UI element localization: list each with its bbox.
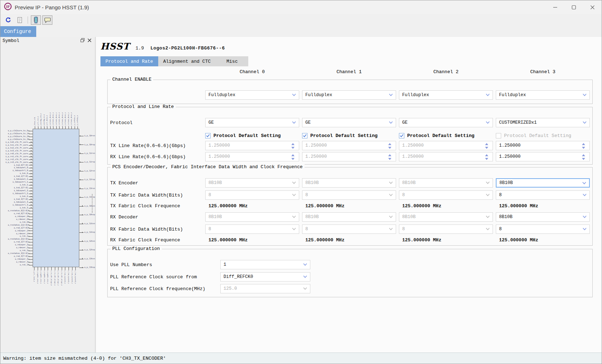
float-panel-icon[interactable]: [80, 38, 85, 44]
chevron-down-icon: [486, 181, 490, 184]
pin-arrow-icon: [82, 240, 84, 242]
protocol-select-ch3[interactable]: CUSTOMERIZEDx1: [496, 118, 590, 127]
channel-enable-select-ch2-value: Fullduplex: [399, 93, 429, 98]
pin-label: o_p_clk2core_tx_3: [0, 138, 28, 141]
protocol-select-ch3-value: CUSTOMERIZEDx1: [496, 120, 537, 125]
spinner-arrows-icon[interactable]: [582, 154, 585, 160]
rx-fabric-data-width-bits--select-ch3-value: 8: [496, 227, 502, 232]
chevron-down-icon: [292, 181, 296, 184]
ip-version: 1.9: [136, 46, 144, 51]
pll-pll-reference-clock-source-from-select-value: Diff_REFCK0: [221, 274, 253, 279]
protocol-default-setting-checkbox-ch3-box: [496, 133, 501, 138]
channel-enable-select-ch0[interactable]: Fullduplex: [205, 90, 299, 100]
tab-configure[interactable]: Configure: [0, 26, 36, 37]
pin-label: i_txd_0[7:0]: [0, 164, 28, 166]
chip-icon[interactable]: [31, 15, 41, 25]
pin-wire: [29, 214, 33, 214]
pin-arrow-icon: [31, 198, 32, 200]
pin-label: i_tdispctrl_1: [0, 181, 28, 183]
settings-tab-bar: Protocol and RateAlignment and CTCMisc: [100, 56, 592, 66]
refresh-icon[interactable]: [3, 15, 13, 25]
tx-line-rate-spinbox-ch1: 1.250000: [302, 141, 396, 150]
channel-enable-select-ch1[interactable]: Fullduplex: [302, 90, 396, 100]
pin-label: o_rxstatus_2[2:0]: [0, 238, 28, 240]
pin-label: i_txk_0: [0, 172, 28, 175]
pin-label: o_txlane_done_1: [52, 112, 54, 127]
pin-arrow-icon: [28, 230, 29, 231]
maximize-button[interactable]: [564, 0, 583, 14]
row-label: PLL Reference Clock frequence(MHz): [109, 286, 220, 292]
tab-misc[interactable]: Misc: [216, 56, 248, 66]
pin-wire: [29, 228, 33, 228]
protocol-select-ch2[interactable]: GE: [399, 118, 493, 127]
document-icon[interactable]: [15, 15, 25, 25]
app-logo-icon: IP: [4, 3, 12, 12]
protocol-default-setting-checkbox-ch0-box[interactable]: [205, 133, 211, 138]
pin-label: i_txd_2[7:0]: [0, 187, 28, 189]
close-panel-icon[interactable]: [88, 38, 91, 44]
pin-label: o_p_clk2core_tx_0: [0, 130, 28, 132]
pin-arrow-icon: [31, 204, 32, 205]
channel-enable-select-ch2[interactable]: Fullduplex: [399, 90, 493, 100]
row-label: Protocol: [109, 120, 202, 126]
pin-label: o_rxstatus_0[2:0]: [0, 210, 28, 212]
pin-wire: [72, 267, 72, 270]
protocol-select-ch1-value: GE: [302, 120, 311, 125]
pin-arrow-icon: [79, 161, 80, 163]
comment-icon[interactable]: [42, 15, 52, 25]
pin-wire: [50, 127, 51, 129]
chevron-down-icon: [292, 94, 296, 96]
pin-wire: [75, 127, 75, 129]
chevron-down-icon: [389, 121, 393, 124]
tab-protocol-and-rate[interactable]: Protocol and Rate: [100, 56, 158, 66]
pin-wire: [29, 242, 33, 242]
pin-wire: [29, 137, 33, 137]
protocol-select-ch0[interactable]: GE: [205, 118, 299, 127]
pin-label: i_p_rx0_clk_fr_core: [0, 153, 28, 155]
rx-fabric-data-width-bits--select-ch3[interactable]: 8: [496, 224, 590, 234]
pin-wire: [29, 222, 33, 223]
pin-arrow-icon: [31, 141, 32, 143]
pin-label: o_rxd_2[7:0]: [0, 241, 28, 243]
pin-label: o_lsm_synced_2: [71, 270, 73, 284]
protocol-default-setting-checkbox-ch3-label: Protocol Default Setting: [504, 133, 571, 138]
pin-label: o_rxlane_done_2: [67, 112, 70, 127]
tx-encoder-select-ch3[interactable]: 8B10B: [496, 178, 590, 188]
pin-wire: [65, 267, 65, 270]
pin-label: i_tdispsel_0: [0, 167, 28, 169]
pin-label: o_p_l0txp: [84, 214, 95, 216]
pll-use-pll-numbers-select[interactable]: 1: [220, 260, 310, 269]
protocol-default-setting-checkbox-ch1-box[interactable]: [302, 133, 307, 138]
protocol-select-ch1[interactable]: GE: [302, 118, 396, 127]
rx-line-rate-spinbox-ch3[interactable]: 1.250000: [496, 152, 590, 161]
pin-arrow-icon: [28, 218, 29, 220]
row-label: TX Encoder: [109, 180, 202, 186]
protocol-default-setting-checkbox-ch2[interactable]: Protocol Default Setting: [399, 133, 493, 138]
tab-alignment-and-ctc[interactable]: Alignment and CTC: [158, 56, 216, 66]
pin-arrow-icon: [31, 196, 32, 197]
chevron-down-icon: [389, 194, 393, 197]
pin-arrow-icon: [31, 153, 32, 154]
channel-header-spacer: [109, 69, 202, 76]
protocol-default-setting-checkbox-ch1[interactable]: Protocol Default Setting: [302, 133, 396, 138]
pll-pll-reference-clock-source-from-select[interactable]: Diff_REFCK0: [220, 272, 310, 282]
pin-wire: [29, 256, 33, 257]
tx-fabric-data-width-bits--select-ch3[interactable]: 8: [496, 190, 590, 200]
channel-enable-select-ch3[interactable]: Fullduplex: [496, 90, 590, 100]
pin-arrow-icon: [31, 170, 32, 171]
rx-decoder-select-ch3[interactable]: 8B10B: [496, 212, 590, 222]
pin-label: i_p_l0rxp: [84, 144, 95, 146]
pin-label: i_p_tx1_clk_fr_core: [0, 144, 28, 146]
pin-wire: [29, 231, 33, 231]
spinner-arrows-icon[interactable]: [582, 143, 585, 149]
protocol-default-setting-checkbox-ch2-box[interactable]: [399, 133, 404, 138]
tx-encoder-select-ch1-value: 8B10B: [302, 180, 319, 185]
tx-line-rate-spinbox-ch3[interactable]: 1.250000: [496, 141, 590, 150]
protocol-default-setting-checkbox-ch0[interactable]: Protocol Default Setting: [205, 133, 299, 138]
chevron-down-icon: [582, 182, 586, 185]
group-title: PCS Encoder/Decoder, Fabric Interface Da…: [110, 164, 305, 170]
close-button[interactable]: [583, 0, 602, 14]
rx-decoder-select-ch1: 8B10B: [302, 212, 396, 222]
minimize-button[interactable]: [546, 0, 564, 14]
panel-splitter[interactable]: [92, 194, 94, 213]
